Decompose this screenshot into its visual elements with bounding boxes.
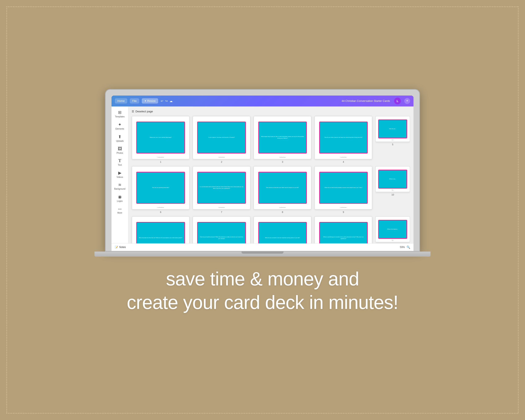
sidebar-item-logos[interactable]: ◉ Logos: [112, 193, 127, 204]
zoom-info: 59% 🔍: [400, 245, 410, 249]
undo-icon[interactable]: ↩: [161, 99, 163, 103]
sidebar-label-videos: Videos: [117, 176, 123, 178]
card-thumbnail-8: How would you describe your father and h…: [253, 166, 311, 210]
card-inner-9: What do you think would probably surpris…: [319, 172, 368, 204]
card-inner-7: In a conversation with someone who has n…: [197, 172, 246, 204]
zoom-value: 59%: [400, 246, 405, 249]
card-question-12: How do you handle pressure? When the pre…: [199, 236, 244, 239]
card-number-4: 4: [343, 161, 344, 163]
card-question-4: How do you think a person can keep from …: [324, 137, 363, 138]
card-item-3[interactable]: What single thing would you like to make…: [253, 116, 311, 163]
card-brand-4: • yourbrandname: [340, 157, 347, 158]
sidebar-label-elements: Elements: [115, 128, 124, 130]
card-inner-8: How would you describe your father and h…: [258, 172, 307, 204]
photos-icon: 🖼: [118, 146, 122, 151]
headline-line1: save time & money and: [127, 267, 398, 291]
redo-icon[interactable]: ↪: [165, 99, 168, 103]
sidebar-item-elements[interactable]: ✦ Elements: [112, 120, 127, 132]
card-thumbnail-11: Why do people do what they do? What are …: [132, 216, 190, 243]
card-question-9: What do you think would probably surpris…: [325, 187, 362, 189]
card-brand-8: • yourbrandname: [279, 207, 286, 208]
card-number-6: 6: [160, 211, 161, 213]
sidebar-item-more[interactable]: ••• More: [112, 205, 127, 216]
card-question-8: How would you describe your father and h…: [266, 187, 299, 189]
laptop-base: [94, 252, 431, 257]
document-title: 44 Christian Conversation Starter Cards: [342, 99, 390, 103]
card-number-2: 2: [221, 161, 222, 163]
laptop-body: Home File ✦ Resize ↩ ↪ ☁ 44 Christian Co…: [105, 89, 420, 252]
card-item-11[interactable]: Why do people do what they do? What are …: [132, 216, 190, 243]
card-thumbnail-12: How do you handle pressure? When the pre…: [193, 216, 251, 243]
file-button[interactable]: File: [130, 98, 139, 103]
card-row-1: Where are you in your spiritual pilgrima…: [132, 116, 410, 163]
sidebar-item-text[interactable]: T Text: [112, 157, 127, 168]
sidebar: ⊞ Templates ✦ Elements ⬆ Uploads: [112, 106, 128, 243]
resize-button[interactable]: ✦ Resize: [142, 98, 158, 103]
card-thumbnail-10: What is you... • kyo...: [375, 166, 410, 192]
card-inner-14: What is something you consider to be a p…: [319, 222, 368, 243]
toolbar-icons: ↩ ↪ ☁: [161, 99, 173, 103]
card-inner-4: How do you think a person can keep from …: [319, 121, 368, 153]
sidebar-item-photos[interactable]: 🖼 Photos: [112, 145, 127, 156]
card-brand-7: • yourbrandname: [218, 207, 225, 208]
card-question-3: What single thing would you like to make…: [260, 136, 305, 139]
bottom-text-section: save time & money and create your card d…: [127, 267, 398, 314]
card-brand-2: • yourbrandname: [218, 157, 225, 158]
sidebar-item-templates[interactable]: ⊞ Templates: [112, 108, 127, 120]
card-brand-6: • yourbrandname: [158, 207, 164, 208]
laptop-notch: [242, 252, 283, 254]
card-inner-3: What single thing would you like to make…: [258, 121, 307, 153]
card-thumbnail-1: Where are you in your spiritual pilgrima…: [132, 116, 190, 159]
card-brand-1: • yourbrandname: [158, 157, 164, 158]
logos-icon: ◉: [118, 194, 122, 199]
background-icon: ≋: [118, 183, 121, 187]
card-item-2[interactable]: In your opinion, how does one become a C…: [193, 116, 251, 163]
card-item-4[interactable]: How do you think a person can keep from …: [314, 116, 372, 163]
card-number-8: 8: [282, 211, 283, 213]
card-item-12[interactable]: How do you handle pressure? When the pre…: [193, 216, 251, 243]
card-thumbnail-13: What do you consider to be two important…: [253, 216, 311, 243]
card-item-7[interactable]: In a conversation with someone who has n…: [193, 166, 251, 213]
card-question-14: What is something you consider to be a p…: [321, 236, 366, 239]
card-thumbnail-9: What do you think would probably surpris…: [314, 166, 372, 210]
card-inner-15: What is the balance...: [378, 220, 407, 239]
deselect-page-button[interactable]: ☰ Deselect page: [132, 110, 410, 113]
card-thumbnail-4: How do you think a person can keep from …: [314, 116, 372, 159]
card-question-13: What do you consider to be two important…: [265, 237, 300, 239]
notes-button[interactable]: 📝 Notes: [115, 246, 126, 249]
add-button[interactable]: +: [404, 98, 410, 104]
card-item-5[interactable]: How do you... • you... 5: [375, 116, 410, 163]
card-inner-12: How do you handle pressure? When the pre…: [197, 222, 246, 243]
card-item-10[interactable]: What is you... • kyo... 10: [375, 166, 410, 213]
elements-icon: ✦: [118, 122, 122, 127]
sidebar-item-background[interactable]: ≋ Background: [112, 181, 127, 192]
card-question-5: How do you...: [389, 128, 396, 130]
card-inner-13: What do you consider to be two important…: [258, 222, 307, 243]
card-item-6[interactable]: How are you growing personally? • yourbr…: [132, 166, 190, 213]
card-question-11: Why do people do what they do? What are …: [139, 237, 182, 239]
card-item-1[interactable]: Where are you in your spiritual pilgrima…: [132, 116, 190, 163]
headline-line2: create your card deck in minutes!: [127, 291, 398, 314]
card-item-14[interactable]: What is something you consider to be a p…: [314, 216, 372, 243]
sidebar-item-videos[interactable]: ▶ Videos: [112, 169, 127, 180]
card-item-13[interactable]: What do you consider to be two important…: [253, 216, 311, 243]
card-item-9[interactable]: What do you think would probably surpris…: [314, 166, 372, 213]
card-question-6: How are you growing personally?: [152, 187, 169, 189]
more-icon: •••: [118, 207, 122, 211]
card-row-3: Why do people do what they do? What are …: [132, 216, 410, 243]
card-thumbnail-2: In your opinion, how does one become a C…: [193, 116, 251, 159]
notes-label: Notes: [119, 246, 126, 249]
card-number-7: 7: [221, 211, 222, 213]
card-item-15[interactable]: What is the balance... • kyo... 15: [375, 216, 410, 243]
card-number-9: 9: [343, 211, 344, 213]
card-thumbnail-15: What is the balance... • kyo...: [375, 216, 410, 242]
card-inner-1: Where are you in your spiritual pilgrima…: [136, 121, 185, 153]
user-avatar[interactable]: L: [394, 98, 401, 104]
videos-icon: ▶: [118, 170, 121, 175]
card-item-8[interactable]: How would you describe your father and h…: [253, 166, 311, 213]
deselect-icon: ☰: [132, 110, 134, 113]
sidebar-item-uploads[interactable]: ⬆ Uploads: [112, 132, 127, 144]
card-row-2: How are you growing personally? • yourbr…: [132, 166, 410, 213]
card-question-15: What is the balance...: [387, 228, 398, 230]
home-button[interactable]: Home: [115, 98, 127, 103]
